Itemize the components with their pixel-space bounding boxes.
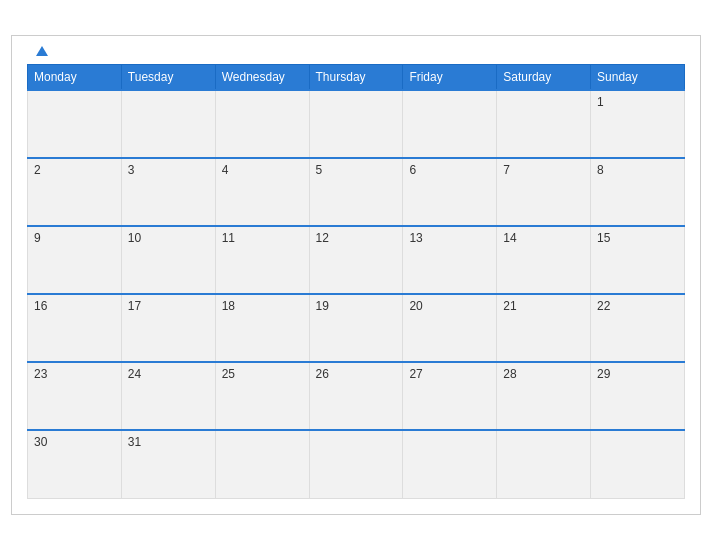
calendar-cell: 17 bbox=[121, 294, 215, 362]
day-number: 3 bbox=[128, 163, 135, 177]
day-number: 19 bbox=[316, 299, 329, 313]
calendar-cell bbox=[403, 90, 497, 158]
day-header-monday: Monday bbox=[28, 65, 122, 91]
calendar-cell bbox=[215, 430, 309, 498]
calendar-cell: 29 bbox=[591, 362, 685, 430]
calendar-cell: 19 bbox=[309, 294, 403, 362]
day-number: 24 bbox=[128, 367, 141, 381]
calendar-cell: 21 bbox=[497, 294, 591, 362]
calendar-week-row: 16171819202122 bbox=[28, 294, 685, 362]
calendar-cell: 20 bbox=[403, 294, 497, 362]
calendar-cell bbox=[309, 90, 403, 158]
calendar-cell: 22 bbox=[591, 294, 685, 362]
day-header-tuesday: Tuesday bbox=[121, 65, 215, 91]
calendar-week-row: 1 bbox=[28, 90, 685, 158]
calendar-week-row: 23242526272829 bbox=[28, 362, 685, 430]
day-number: 9 bbox=[34, 231, 41, 245]
calendar-cell: 31 bbox=[121, 430, 215, 498]
calendar-week-row: 2345678 bbox=[28, 158, 685, 226]
calendar-cell bbox=[497, 430, 591, 498]
day-header-friday: Friday bbox=[403, 65, 497, 91]
calendar-cell: 13 bbox=[403, 226, 497, 294]
calendar-cell: 8 bbox=[591, 158, 685, 226]
day-number: 5 bbox=[316, 163, 323, 177]
day-number: 1 bbox=[597, 95, 604, 109]
calendar-cell bbox=[403, 430, 497, 498]
calendar-cell: 18 bbox=[215, 294, 309, 362]
day-number: 27 bbox=[409, 367, 422, 381]
day-number: 10 bbox=[128, 231, 141, 245]
calendar-cell: 7 bbox=[497, 158, 591, 226]
day-number: 22 bbox=[597, 299, 610, 313]
day-number: 2 bbox=[34, 163, 41, 177]
calendar-cell: 27 bbox=[403, 362, 497, 430]
calendar-cell: 23 bbox=[28, 362, 122, 430]
calendar-grid: MondayTuesdayWednesdayThursdayFridaySatu… bbox=[27, 64, 685, 499]
day-number: 8 bbox=[597, 163, 604, 177]
day-number: 29 bbox=[597, 367, 610, 381]
calendar-cell: 24 bbox=[121, 362, 215, 430]
calendar-container: MondayTuesdayWednesdayThursdayFridaySatu… bbox=[11, 35, 701, 515]
logo-blue-text bbox=[32, 46, 48, 56]
logo bbox=[32, 46, 48, 56]
day-number: 17 bbox=[128, 299, 141, 313]
day-number: 31 bbox=[128, 435, 141, 449]
calendar-cell bbox=[309, 430, 403, 498]
day-header-thursday: Thursday bbox=[309, 65, 403, 91]
calendar-cell: 10 bbox=[121, 226, 215, 294]
day-number: 20 bbox=[409, 299, 422, 313]
calendar-week-row: 3031 bbox=[28, 430, 685, 498]
calendar-cell: 25 bbox=[215, 362, 309, 430]
calendar-cell: 11 bbox=[215, 226, 309, 294]
calendar-cell bbox=[215, 90, 309, 158]
day-number: 26 bbox=[316, 367, 329, 381]
day-number: 11 bbox=[222, 231, 235, 245]
day-number: 28 bbox=[503, 367, 516, 381]
calendar-cell bbox=[591, 430, 685, 498]
day-header-saturday: Saturday bbox=[497, 65, 591, 91]
day-number: 13 bbox=[409, 231, 422, 245]
day-number: 14 bbox=[503, 231, 516, 245]
calendar-week-row: 9101112131415 bbox=[28, 226, 685, 294]
calendar-cell: 5 bbox=[309, 158, 403, 226]
calendar-cell: 26 bbox=[309, 362, 403, 430]
calendar-cell: 3 bbox=[121, 158, 215, 226]
day-header-wednesday: Wednesday bbox=[215, 65, 309, 91]
calendar-cell bbox=[121, 90, 215, 158]
days-header-row: MondayTuesdayWednesdayThursdayFridaySatu… bbox=[28, 65, 685, 91]
calendar-cell: 9 bbox=[28, 226, 122, 294]
logo-triangle-icon bbox=[36, 46, 48, 56]
day-number: 30 bbox=[34, 435, 47, 449]
day-number: 4 bbox=[222, 163, 229, 177]
day-number: 7 bbox=[503, 163, 510, 177]
day-number: 23 bbox=[34, 367, 47, 381]
calendar-header bbox=[27, 46, 685, 56]
calendar-cell: 12 bbox=[309, 226, 403, 294]
calendar-cell: 28 bbox=[497, 362, 591, 430]
day-number: 16 bbox=[34, 299, 47, 313]
calendar-cell bbox=[497, 90, 591, 158]
day-number: 21 bbox=[503, 299, 516, 313]
calendar-cell: 1 bbox=[591, 90, 685, 158]
day-number: 6 bbox=[409, 163, 416, 177]
calendar-cell: 2 bbox=[28, 158, 122, 226]
calendar-cell: 14 bbox=[497, 226, 591, 294]
day-number: 12 bbox=[316, 231, 329, 245]
day-number: 15 bbox=[597, 231, 610, 245]
calendar-cell: 4 bbox=[215, 158, 309, 226]
day-number: 25 bbox=[222, 367, 235, 381]
day-number: 18 bbox=[222, 299, 235, 313]
calendar-cell: 16 bbox=[28, 294, 122, 362]
day-header-sunday: Sunday bbox=[591, 65, 685, 91]
calendar-cell bbox=[28, 90, 122, 158]
calendar-cell: 6 bbox=[403, 158, 497, 226]
calendar-cell: 30 bbox=[28, 430, 122, 498]
calendar-cell: 15 bbox=[591, 226, 685, 294]
